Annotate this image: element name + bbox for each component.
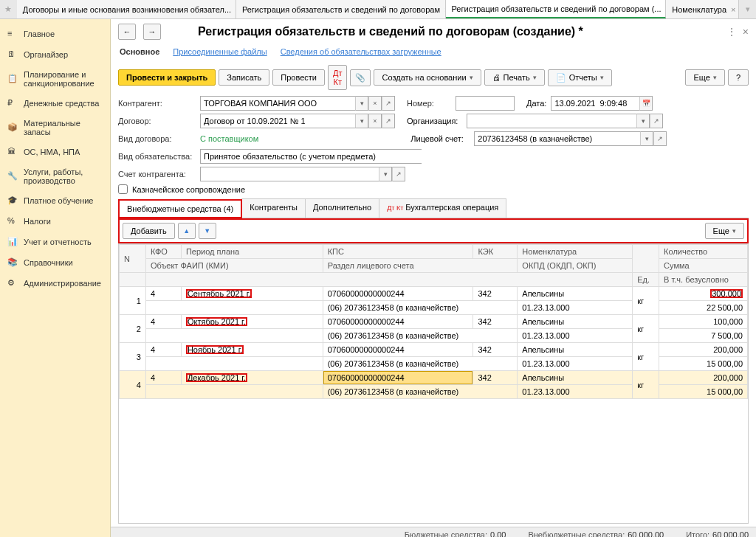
date-label: Дата: (526, 99, 546, 108)
col-uncond[interactable]: В т.ч. безусловно (659, 273, 748, 287)
move-down-button[interactable] (199, 223, 216, 239)
sidebar-item-education[interactable]: 🎓Платное обучение (0, 190, 110, 211)
help-button[interactable]: ? (728, 69, 749, 86)
reports-button[interactable]: 📄 Отчеты (548, 69, 612, 86)
app-tab[interactable]: Регистрация обязательств и сведений по д… (236, 0, 446, 18)
save-button[interactable]: Записать (219, 69, 269, 86)
clear-icon[interactable]: × (368, 96, 382, 111)
print-button[interactable]: 🖨 Печать (484, 69, 545, 86)
post-close-button[interactable]: Провести и закрыть (118, 69, 216, 86)
table-row[interactable]: 14Сентябрь 2021 г.07060000000000244342Ап… (120, 287, 748, 301)
books-icon: 📚 (7, 257, 18, 268)
number-label: Номер: (407, 99, 451, 108)
counterparty-input[interactable] (200, 96, 355, 111)
menu-icon[interactable]: ⋮ (726, 26, 737, 38)
nav-forward-button[interactable]: → (143, 24, 161, 40)
clear-icon[interactable]: × (368, 114, 382, 128)
app-tab[interactable]: Регистрация обязательств и сведений по д… (446, 0, 667, 18)
data-tabs: Внебюджетные средства (4) Контрагенты До… (118, 198, 749, 218)
tab-additional[interactable]: Дополнительно (305, 198, 379, 218)
create-based-button[interactable]: Создать на основании (374, 69, 481, 86)
sidebar-item-catalogs[interactable]: 📚Справочники (0, 252, 110, 273)
org-input[interactable] (467, 114, 636, 128)
move-up-button[interactable] (178, 223, 196, 239)
col-kek[interactable]: КЭК (473, 245, 518, 259)
col-qty[interactable]: Количество (659, 245, 748, 259)
cp-account-label: Счет контрагента: (118, 170, 196, 179)
dropdown-icon[interactable]: ▾ (640, 131, 653, 146)
sidebar-item-main[interactable]: ≡Главное (0, 24, 110, 44)
sidebar-item-label: Услуги, работы, производство (24, 167, 103, 185)
sidebar-item-planning[interactable]: 📋Планирование и санкционирование (0, 65, 110, 93)
app-tab[interactable]: Договоры и иные основания возникновения … (17, 0, 236, 18)
treasury-checkbox[interactable] (118, 184, 128, 194)
date-input[interactable] (551, 96, 639, 111)
sub-tab-info[interactable]: Сведения об обязательствах загруженные (281, 47, 441, 56)
dropdown-icon[interactable]: ▾ (636, 114, 650, 128)
sidebar-item-cash[interactable]: ₽Денежные средства (0, 93, 110, 114)
sub-tab-files[interactable]: Присоединенные файлы (173, 47, 267, 56)
table-row[interactable]: 34Ноябрь 2021 г.07060000000000244342Апел… (120, 343, 748, 357)
col-unit[interactable] (633, 245, 659, 273)
sidebar-item-inventory[interactable]: 📦Материальные запасы (0, 114, 110, 142)
sidebar-item-label: Главное (24, 30, 55, 38)
calendar-icon[interactable]: 📅 (639, 96, 653, 111)
dropdown-icon[interactable]: ▾ (379, 167, 392, 181)
obligation-type-input[interactable] (200, 149, 422, 164)
add-button[interactable]: Добавить (123, 223, 175, 239)
table-row[interactable]: 24Октябрь 2021 г.07060000000000244342Апе… (120, 315, 748, 329)
app-tab[interactable]: Номенклатура× (666, 0, 739, 18)
close-icon[interactable]: × (731, 5, 735, 14)
open-icon[interactable]: ↗ (382, 96, 395, 111)
sidebar-item-services[interactable]: 🔧Услуги, работы, производство (0, 162, 110, 190)
table-row[interactable]: 44Декабрь 2021 г.07060000000000244342Апе… (120, 371, 748, 385)
total-label: Итого: (686, 530, 709, 537)
close-icon[interactable]: × (743, 26, 749, 38)
account-input[interactable] (474, 131, 640, 146)
sidebar-item-admin[interactable]: ⚙Администрирование (0, 273, 110, 294)
sidebar-item-assets[interactable]: 🏛ОС, НМА, НПА (0, 142, 110, 162)
percent-icon: % (7, 216, 18, 226)
favorite-icon[interactable]: ★ (0, 0, 17, 18)
number-input[interactable] (456, 96, 515, 111)
account-label: Лицевой счет: (410, 134, 470, 143)
tab-accounting[interactable]: Дт Кт Бухгалтерская операция (379, 198, 506, 218)
menu-icon: ≡ (7, 29, 18, 39)
dropdown-icon[interactable]: ▾ (355, 96, 368, 111)
col-faip[interactable]: Объект ФАИП (КМИ) (145, 259, 323, 273)
dt-kt-button[interactable]: ДтКт (328, 65, 348, 90)
col-period[interactable]: Период плана (181, 245, 323, 259)
sidebar-item-organizer[interactable]: 🗓Органайзер (0, 44, 110, 65)
total-value: 60 000,00 (712, 530, 749, 537)
col-kps[interactable]: КПС (323, 245, 473, 259)
extrabudget-label: Внебюджетные средства: (528, 530, 625, 537)
data-grid[interactable]: N КФО Период плана КПС КЭК Номенклатура … (118, 243, 749, 524)
col-n[interactable]: N (120, 245, 146, 273)
col-sum[interactable]: Сумма (659, 259, 748, 273)
app-tab-label: Договоры и иные основания возникновения … (23, 5, 231, 14)
col-unit-h[interactable]: Ед. (633, 273, 659, 287)
sub-tab-main[interactable]: Основное (120, 47, 159, 56)
col-nom[interactable]: Номенклатура (518, 245, 633, 259)
col-kfo[interactable]: КФО (145, 245, 181, 259)
tab-counterparties[interactable]: Контрагенты (241, 198, 306, 218)
cp-account-input[interactable] (200, 167, 379, 181)
open-icon[interactable]: ↗ (382, 114, 395, 128)
col-section[interactable]: Раздел лицевого счета (323, 259, 518, 273)
dropdown-icon[interactable]: ▾ (739, 0, 756, 18)
post-button[interactable]: Провести (272, 69, 325, 86)
contract-input[interactable] (200, 114, 355, 128)
more-button[interactable]: Еще (685, 69, 724, 86)
dropdown-icon[interactable]: ▾ (355, 114, 368, 128)
sidebar-item-taxes[interactable]: %Налоги (0, 211, 110, 232)
tab-extrabudget[interactable]: Внебюджетные средства (4) (118, 199, 242, 218)
more-button[interactable]: Еще (705, 223, 744, 239)
sidebar-item-reporting[interactable]: 📊Учет и отчетность (0, 232, 110, 252)
open-icon[interactable]: ↗ (650, 114, 663, 128)
nav-back-button[interactable]: ← (118, 24, 136, 40)
app-tabs-bar: ★ Договоры и иные основания возникновени… (0, 0, 756, 19)
open-icon[interactable]: ↗ (653, 131, 667, 146)
col-okpd[interactable]: ОКПД (ОКДП, ОКП) (518, 259, 633, 273)
attach-button[interactable]: 📎 (350, 69, 371, 86)
open-icon[interactable]: ↗ (392, 167, 405, 181)
